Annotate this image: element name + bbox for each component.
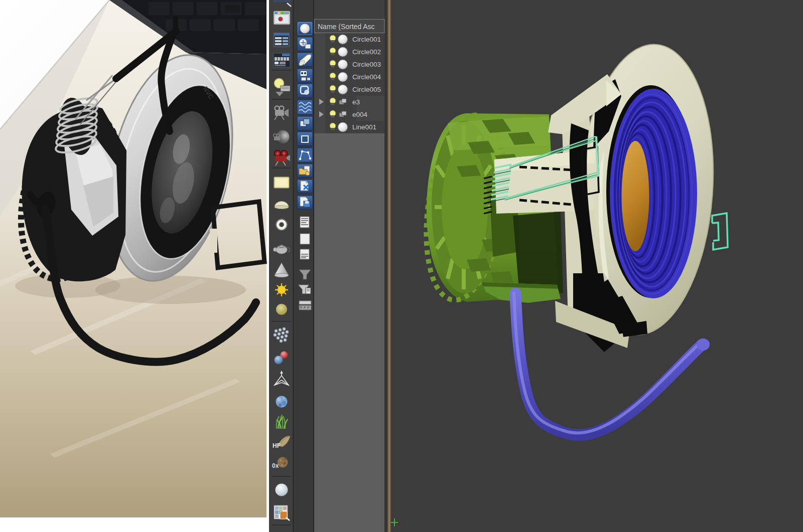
svg-text:Circle005: Circle005 [352,86,381,93]
svg-text:Circle003: Circle003 [352,61,381,68]
svg-text:e004: e004 [352,111,368,118]
svg-text:Circle004: Circle004 [352,73,381,81]
svg-text:HF: HF [273,442,281,449]
svg-text:Circle002: Circle002 [352,48,381,56]
svg-text:Circle001: Circle001 [352,36,381,43]
svg-text:0x: 0x [272,462,279,469]
svg-text:Line001: Line001 [352,123,376,131]
svg-text:Name (Sorted Asc: Name (Sorted Asc [318,23,375,31]
svg-text:e3: e3 [352,98,360,106]
